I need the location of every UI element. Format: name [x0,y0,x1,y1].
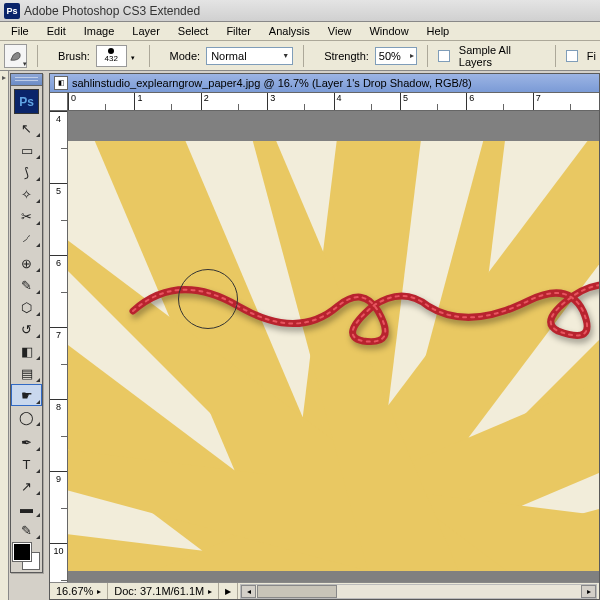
menu-window[interactable]: Window [360,23,417,39]
strength-value: 50% [379,50,401,62]
status-bar: 16.67% Doc: 37.1M/61.1M ▶ ◂ ▸ [50,582,599,599]
brush-tool[interactable]: ✎ [11,274,42,296]
smudge-tool[interactable]: ☛ [11,384,42,406]
divider [303,45,304,67]
foreground-color-swatch[interactable] [13,543,31,561]
divider [427,45,428,67]
document-title: sahlinstudio_explearngrow_paper4.jpg @ 1… [72,77,472,89]
finger-paint-checkbox[interactable] [566,50,578,62]
menu-filter[interactable]: Filter [217,23,259,39]
toolbox-grip[interactable] [11,74,42,86]
dock-strip: ▸ [0,71,9,600]
document-window: ◧ sahlinstudio_explearngrow_paper4.jpg @… [49,73,600,600]
menu-view[interactable]: View [319,23,361,39]
marquee-tool[interactable]: ▭ [11,139,42,161]
menu-analysis[interactable]: Analysis [260,23,319,39]
brush-cursor-icon [178,269,238,329]
strength-input[interactable]: 50% [375,47,418,65]
mode-label: Mode: [170,50,201,62]
smudge-icon [8,48,23,63]
mode-select[interactable]: Normal [206,47,293,65]
crop-tool[interactable]: ✂ [11,205,42,227]
history-brush-tool[interactable]: ↺ [11,318,42,340]
brush-picker[interactable]: 432 [96,45,127,67]
scroll-left-button[interactable]: ◂ [241,585,256,598]
divider [555,45,556,67]
menu-bar: FileEditImageLayerSelectFilterAnalysisVi… [0,22,600,41]
notes-tool[interactable]: ✎ [11,519,42,541]
stamp-tool[interactable]: ⬡ [11,296,42,318]
app-title: Adobe Photoshop CS3 Extended [24,4,200,18]
color-swatches[interactable] [13,543,40,570]
strength-label: Strength: [324,50,369,62]
dodge-tool[interactable]: ◯ [11,406,42,428]
quick-select-tool[interactable]: ✧ [11,183,42,205]
finger-paint-label: Fi [587,50,596,62]
horizontal-ruler[interactable]: 01234567 [68,93,599,111]
status-arrow-icon[interactable]: ▶ [219,583,238,599]
options-bar: Brush: 432 Mode: Normal Strength: 50% Sa… [0,41,600,71]
sample-all-layers-checkbox[interactable] [438,50,450,62]
scroll-right-button[interactable]: ▸ [581,585,596,598]
current-tool-preset[interactable] [4,44,27,68]
scroll-thumb[interactable] [257,585,337,598]
zoom-level[interactable]: 16.67% [50,583,108,599]
divider [149,45,150,67]
document-title-bar[interactable]: ◧ sahlinstudio_explearngrow_paper4.jpg @… [50,74,599,93]
type-tool[interactable]: T [11,453,42,475]
brush-label: Brush: [58,50,90,62]
toolbox: Ps ↖▭⟆✧✂⟋⊕✎⬡↺◧▤☛◯✒T↗▬✎ [10,73,43,573]
gradient-tool[interactable]: ▤ [11,362,42,384]
mode-value: Normal [211,50,246,62]
menu-image[interactable]: Image [75,23,124,39]
lasso-tool[interactable]: ⟆ [11,161,42,183]
horizontal-scrollbar[interactable]: ◂ ▸ [240,584,597,599]
brush-size: 432 [105,54,118,63]
path-select-tool[interactable]: ↗ [11,475,42,497]
sample-all-layers-label: Sample All Layers [459,44,543,68]
canvas-area[interactable] [68,111,599,582]
canvas[interactable] [68,141,599,571]
ruler-origin[interactable] [50,93,68,111]
menu-help[interactable]: Help [418,23,459,39]
eraser-tool[interactable]: ◧ [11,340,42,362]
app-icon: Ps [4,3,20,19]
slice-tool[interactable]: ⟋ [11,227,42,249]
shape-tool[interactable]: ▬ [11,497,42,519]
expand-dock-icon[interactable]: ▸ [0,73,8,82]
healing-tool[interactable]: ⊕ [11,252,42,274]
menu-select[interactable]: Select [169,23,218,39]
divider [37,45,38,67]
menu-file[interactable]: File [2,23,38,39]
move-tool[interactable]: ↖ [11,117,42,139]
vertical-ruler[interactable]: 45678910 [50,111,68,599]
menu-layer[interactable]: Layer [123,23,169,39]
doc-info[interactable]: Doc: 37.1M/61.1M [108,583,219,599]
document-icon: ◧ [54,76,68,90]
ps-logo-icon: Ps [14,89,39,114]
pen-tool[interactable]: ✒ [11,431,42,453]
title-bar: Ps Adobe Photoshop CS3 Extended [0,0,600,22]
menu-edit[interactable]: Edit [38,23,75,39]
